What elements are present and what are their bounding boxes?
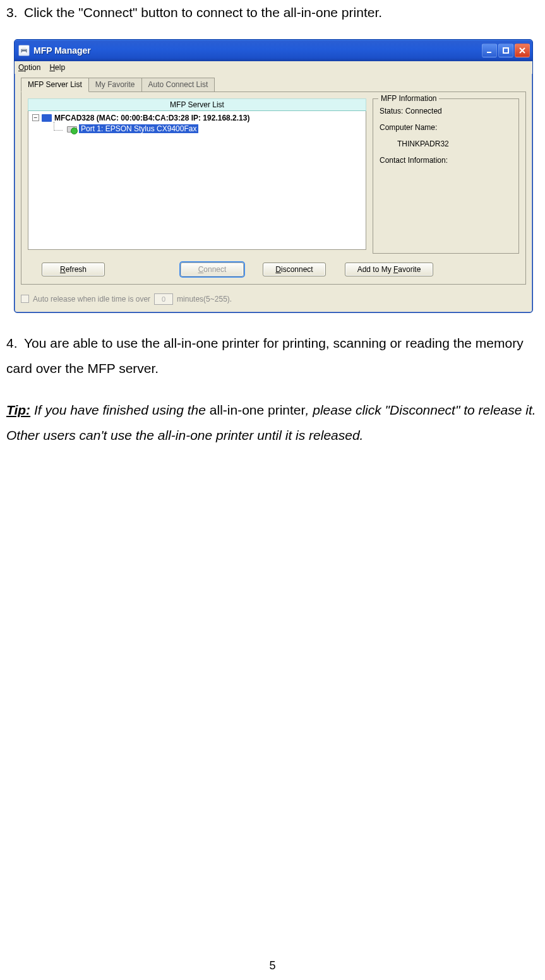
refresh-button[interactable]: Refresh xyxy=(42,263,105,276)
button-row: Refresh Connect Disconnect Add to My Fav… xyxy=(42,263,519,276)
tree-branch-icon xyxy=(54,122,63,131)
auto-release-label-pre: Auto release when idle time is over xyxy=(33,295,150,304)
step-number: 4. xyxy=(6,331,24,356)
close-button[interactable] xyxy=(515,44,530,57)
connect-button[interactable]: Connect xyxy=(181,263,244,276)
tree-root-label: MFCAD328 (MAC: 00:00:B4:CA:D3:28 IP: 192… xyxy=(54,114,249,122)
page-number: 5 xyxy=(0,959,545,972)
mfp-information-group: MFP Information Status: Connected Comput… xyxy=(373,98,519,254)
tree-collapse-icon[interactable]: − xyxy=(32,114,39,121)
app-printer-icon xyxy=(18,45,30,56)
menu-option[interactable]: Option xyxy=(18,63,40,72)
server-list-header: MFP Server List xyxy=(28,98,366,111)
tab-auto-connect-list[interactable]: Auto Connect List xyxy=(141,78,215,92)
titlebar[interactable]: MFP Manager xyxy=(15,40,532,61)
tab-my-favorite[interactable]: My Favorite xyxy=(88,78,142,92)
step-text: You are able to use the all-in-one print… xyxy=(6,336,524,375)
disconnect-button[interactable]: Disconnect xyxy=(263,263,326,276)
window-title: MFP Manager xyxy=(33,45,482,56)
menu-bar: Option Help xyxy=(15,61,532,74)
instruction-step-3: 3.Click the "Connect" button to connect … xyxy=(6,0,539,25)
instruction-step-4: 4.You are able to use the all-in-one pri… xyxy=(6,331,539,381)
svg-rect-1 xyxy=(22,47,26,49)
status-value: Connected xyxy=(405,107,442,115)
tab-panel: MFP Server List − MFCAD328 (MAC: 00:00:B… xyxy=(21,92,526,285)
step-text: Click the "Connect" button to connect to… xyxy=(24,5,382,20)
maximize-button[interactable] xyxy=(498,44,513,57)
minimize-button[interactable] xyxy=(482,44,497,57)
tip-label: Tip: xyxy=(6,403,30,417)
computer-name-value: THINKPADR32 xyxy=(380,139,512,148)
menu-help[interactable]: Help xyxy=(49,63,65,72)
mfp-manager-window: MFP Manager Option Help MFP Server List … xyxy=(14,39,533,313)
auto-release-label-post: minutes(5~255). xyxy=(177,295,232,304)
status-label: Status: xyxy=(380,107,405,115)
tip-text-1: If you have finished using the xyxy=(30,403,210,417)
auto-release-row: Auto release when idle time is over 0 mi… xyxy=(21,293,526,305)
computer-name-label: Computer Name: xyxy=(380,123,512,132)
tip-paragraph: Tip: If you have finished using the all-… xyxy=(6,398,539,448)
tree-child-printer[interactable]: Port 1: EPSON Stylus CX9400Fax xyxy=(54,124,362,133)
auto-release-minutes-input[interactable]: 0 xyxy=(154,293,173,305)
svg-rect-3 xyxy=(487,52,491,53)
tab-mfp-server-list[interactable]: MFP Server List xyxy=(21,78,89,92)
svg-rect-4 xyxy=(503,48,508,53)
tab-bar: MFP Server List My Favorite Auto Connect… xyxy=(21,78,526,92)
server-list-box: MFP Server List − MFCAD328 (MAC: 00:00:B… xyxy=(28,98,366,254)
tip-text-nonitalic: all-in-one printer xyxy=(210,403,306,417)
contact-info-label: Contact Information: xyxy=(380,156,512,165)
auto-release-checkbox[interactable] xyxy=(21,295,29,303)
server-device-icon xyxy=(42,114,52,122)
status-line: Status: Connected xyxy=(380,107,512,115)
mfp-info-legend: MFP Information xyxy=(378,94,439,103)
step-number: 3. xyxy=(6,0,24,25)
tree-child-label: Port 1: EPSON Stylus CX9400Fax xyxy=(79,124,198,133)
svg-rect-2 xyxy=(22,51,26,53)
printer-connected-icon xyxy=(66,124,76,133)
server-list-body[interactable]: − MFCAD328 (MAC: 00:00:B4:CA:D3:28 IP: 1… xyxy=(28,111,366,250)
add-favorite-button[interactable]: Add to My Favorite xyxy=(345,263,433,276)
tree-root-server[interactable]: − MFCAD328 (MAC: 00:00:B4:CA:D3:28 IP: 1… xyxy=(32,114,362,122)
